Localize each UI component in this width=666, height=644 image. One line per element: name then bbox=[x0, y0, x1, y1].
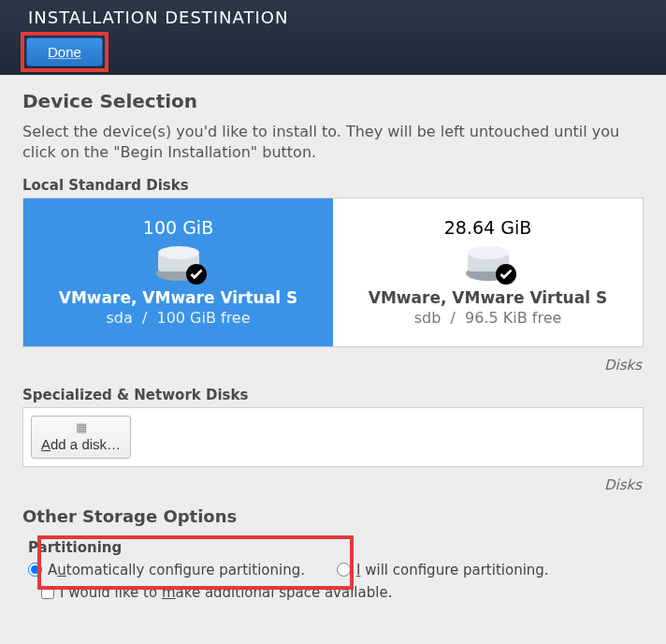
disk-tile-sdb[interactable]: 28.64 GiB VMware, VMware Virtual S sdb /… bbox=[333, 198, 643, 346]
radio-auto-input[interactable] bbox=[28, 563, 42, 577]
radio-manual-label: I will configure partitioning. bbox=[356, 562, 549, 578]
add-disk-button[interactable]: ▦ Add a disk… bbox=[31, 416, 131, 459]
partitioning-radio-row: Automatically configure partitioning. I … bbox=[28, 562, 638, 578]
svg-point-2 bbox=[158, 246, 199, 259]
done-button[interactable]: Done bbox=[26, 37, 103, 66]
local-disks-label: Local Standard Disks bbox=[22, 177, 644, 194]
radio-manual-input[interactable] bbox=[337, 563, 351, 577]
disk-size: 100 GiB bbox=[143, 217, 213, 238]
highlight-done: Done bbox=[21, 32, 109, 72]
disk-label: VMware, VMware Virtual S bbox=[369, 288, 607, 307]
disk-dev: sda bbox=[106, 309, 132, 327]
header-bar: INSTALLATION DESTINATION Done bbox=[0, 0, 666, 75]
disk-size: 28.64 GiB bbox=[444, 217, 531, 238]
content-area: Device Selection Select the device(s) yo… bbox=[0, 75, 666, 614]
specialized-disks-container: ▦ Add a disk… bbox=[22, 407, 644, 467]
add-disk-label: Add a disk… bbox=[41, 436, 121, 452]
local-disks-container: 100 GiB VMware, VMware Virtual S sda / 1… bbox=[22, 198, 644, 347]
device-selection-title: Device Selection bbox=[22, 90, 644, 112]
svg-point-6 bbox=[468, 246, 509, 259]
partitioning-label: Partitioning bbox=[28, 539, 638, 556]
device-selection-instruction: Select the device(s) you'd like to insta… bbox=[22, 122, 644, 164]
checkmark-icon bbox=[496, 264, 516, 285]
disk-free-value: 100 GiB free bbox=[156, 309, 250, 327]
disk-label: VMware, VMware Virtual S bbox=[59, 288, 297, 307]
disk-dev: sdb bbox=[414, 309, 442, 327]
done-button-label: Done bbox=[48, 44, 81, 60]
radio-auto-label: Automatically configure partitioning. bbox=[48, 562, 305, 578]
harddrive-icon bbox=[152, 242, 205, 283]
grid-icon: ▦ bbox=[76, 420, 87, 434]
other-storage-title: Other Storage Options bbox=[22, 506, 644, 526]
disk-free: sda / 100 GiB free bbox=[106, 309, 250, 327]
disk-free: sdb / 96.5 KiB free bbox=[414, 309, 562, 327]
checkmark-icon bbox=[186, 264, 207, 285]
extra-space-checkbox[interactable] bbox=[41, 586, 54, 599]
specialized-disks-label: Specialized & Network Disks bbox=[22, 387, 644, 403]
radio-manual-partition[interactable]: I will configure partitioning. bbox=[337, 562, 549, 578]
extra-space-row[interactable]: I would like to make additional space av… bbox=[28, 584, 638, 601]
harddrive-icon bbox=[462, 242, 514, 283]
disks-note: Disks bbox=[22, 351, 644, 387]
radio-auto-partition[interactable]: Automatically configure partitioning. bbox=[28, 562, 305, 578]
page-title: INSTALLATION DESTINATION bbox=[17, 6, 649, 27]
partitioning-section: Partitioning Automatically configure par… bbox=[22, 535, 644, 605]
extra-space-label: I would like to make additional space av… bbox=[60, 584, 392, 601]
disk-tile-sda[interactable]: 100 GiB VMware, VMware Virtual S sda / 1… bbox=[23, 198, 333, 346]
disk-free-value: 96.5 KiB free bbox=[465, 309, 561, 327]
disks-note-2: Disks bbox=[22, 471, 644, 506]
